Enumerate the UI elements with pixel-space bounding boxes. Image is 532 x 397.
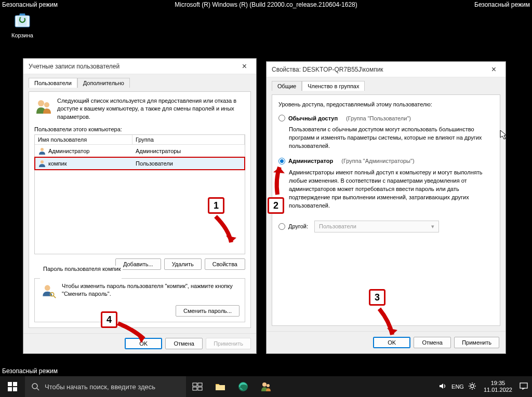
annotation-1: 1 [208, 197, 224, 214]
user-accounts-taskbar-button[interactable] [255, 376, 277, 397]
tab-membership[interactable]: Членство в группах [302, 81, 365, 91]
svg-rect-14 [193, 387, 197, 390]
notifications-icon[interactable] [520, 382, 528, 391]
svg-point-17 [262, 382, 267, 387]
table-row[interactable]: Администратор Администраторы [35, 145, 245, 157]
username-cell: Администратор [48, 148, 89, 154]
annotation-4: 4 [101, 311, 117, 328]
user-accounts-title: Учетные записи пользователей [29, 63, 119, 70]
tabs: Общие Членство в группах [272, 80, 500, 90]
properties-titlebar[interactable]: Свойства: DESKTOP-QR7B55J\компик × [267, 62, 506, 77]
info-text: Следующий список используется для предос… [57, 97, 245, 121]
tabs: Пользователи Дополнительно [29, 77, 251, 87]
radio-label: Другой: [288, 223, 308, 229]
apply-button[interactable]: Применить [206, 338, 251, 349]
access-level-heading: Уровень доступа, предоставляемый этому п… [278, 101, 494, 107]
close-icon[interactable]: × [487, 65, 500, 74]
tab-advanced[interactable]: Дополнительно [77, 78, 130, 88]
radio-other[interactable]: Другой: [278, 223, 308, 230]
svg-point-3 [41, 148, 44, 151]
remove-button[interactable]: Удалить [164, 258, 202, 270]
svg-point-18 [267, 384, 270, 387]
svg-rect-20 [520, 383, 527, 388]
system-tray: ENG 19:35 11.01.2022 [439, 376, 532, 397]
change-password-button[interactable]: Сменить пароль... [176, 305, 240, 317]
group-cell: Пользователи [132, 158, 245, 169]
group-hint: (Группа "Администраторы") [341, 158, 414, 164]
group-combo[interactable]: Пользователи ▾ [314, 221, 439, 232]
apply-button[interactable]: Применить [454, 337, 499, 348]
chevron-down-icon: ▾ [431, 223, 434, 230]
password-groupbox: Пароль пользователя компик Чтобы изменит… [34, 275, 245, 322]
password-text: Чтобы изменить пароль пользователя "комп… [62, 282, 240, 299]
user-icon [38, 147, 46, 155]
radio-icon [278, 223, 285, 230]
annotation-3: 3 [369, 289, 385, 306]
group-hint: (Группа "Пользователи") [346, 115, 411, 121]
edge-icon [238, 381, 248, 392]
user-accounts-titlebar[interactable]: Учетные записи пользователей × [23, 59, 256, 74]
safe-mode-label-topright: Безопасный режим [474, 1, 530, 8]
volume-icon[interactable] [439, 382, 447, 391]
tab-users[interactable]: Пользователи [29, 78, 77, 88]
svg-point-11 [32, 384, 37, 389]
annotation-arrow-3 [369, 306, 400, 343]
users-icon [260, 381, 272, 392]
administrator-desc: Администраторы имеют полный доступ к ком… [289, 169, 494, 210]
table-header: Имя пользователя Группа [35, 135, 245, 145]
svg-rect-9 [8, 387, 12, 391]
user-icon [38, 159, 46, 168]
annotation-2: 2 [268, 197, 284, 214]
svg-rect-13 [198, 383, 202, 386]
svg-rect-10 [13, 387, 17, 391]
annotation-arrow-4 [115, 319, 152, 345]
edge-button[interactable] [232, 376, 255, 397]
users-list-label: Пользователи этого компьютера: [34, 126, 245, 132]
username-cell: компик [48, 160, 67, 167]
search-input[interactable]: Чтобы начать поиск, введите здесь [25, 376, 186, 397]
password-legend: Пароль пользователя компик [41, 266, 123, 272]
language-indicator[interactable]: ENG [451, 384, 464, 390]
recycle-bin-icon[interactable]: Корзина [11, 10, 33, 38]
radio-icon [278, 115, 285, 121]
safe-mode-label-topleft: Безопасный режим [2, 1, 58, 8]
column-username[interactable]: Имя пользователя [35, 135, 132, 144]
tab-general[interactable]: Общие [272, 81, 302, 91]
radio-label: Администратор [288, 158, 333, 164]
trash-icon [13, 10, 32, 29]
svg-point-5 [45, 285, 50, 291]
svg-rect-7 [8, 382, 12, 386]
annotation-arrow-1 [208, 214, 239, 250]
date-label: 11.01.2022 [484, 387, 512, 393]
search-placeholder: Чтобы начать поиск, введите здесь [45, 383, 155, 391]
annotation-arrow-2 [268, 161, 289, 197]
folder-icon [215, 382, 225, 391]
svg-rect-12 [193, 383, 197, 386]
file-explorer-button[interactable] [209, 376, 232, 397]
start-button[interactable] [0, 376, 25, 397]
safe-mode-label-bottomleft: Безопасный режим [2, 367, 58, 375]
mouse-cursor-icon [500, 130, 508, 140]
properties-button[interactable]: Свойства [205, 258, 245, 270]
settings-icon[interactable] [468, 382, 476, 391]
task-view-icon [192, 382, 203, 391]
group-cell: Администраторы [132, 146, 245, 156]
taskbar: Чтобы начать поиск, введите здесь ENG [0, 376, 532, 397]
svg-point-1 [38, 100, 44, 106]
close-icon[interactable]: × [238, 62, 251, 71]
windows-build-label: Microsoft (R) Windows (R) (Build 22000.c… [175, 1, 357, 8]
task-view-button[interactable] [186, 376, 209, 397]
properties-title: Свойства: DESKTOP-QR7B55J\компик [272, 66, 383, 73]
svg-point-2 [44, 102, 49, 107]
table-row[interactable]: компик Пользователи [35, 157, 245, 170]
svg-point-4 [41, 160, 44, 163]
column-group[interactable]: Группа [132, 135, 245, 144]
cancel-button[interactable]: Отмена [165, 338, 203, 349]
radio-administrator[interactable]: Администратор (Группа "Администраторы") [278, 158, 494, 165]
user-key-icon [40, 282, 57, 299]
cancel-button[interactable]: Отмена [414, 337, 451, 348]
clock[interactable]: 19:35 11.01.2022 [481, 380, 515, 393]
svg-rect-15 [198, 387, 202, 390]
search-icon [31, 382, 39, 391]
radio-standard-user[interactable]: Обычный доступ (Группа "Пользователи") [278, 115, 494, 121]
